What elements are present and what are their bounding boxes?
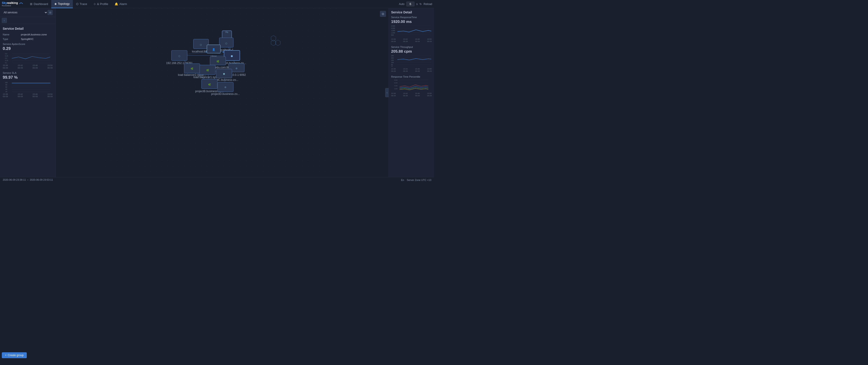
svg-text:🌿: 🌿 xyxy=(208,83,211,86)
response-time-section: Service ResponseTime 1920.00 ms 2,500 2,… xyxy=(391,16,432,43)
svg-text:⚙: ⚙ xyxy=(236,67,238,70)
service-detail-title: Service Detail xyxy=(3,27,53,30)
svg-text:0.25: 0.25 xyxy=(5,55,8,57)
throughput-section: Service Throughput 205.88 cpm 250 200 15… xyxy=(391,45,432,73)
toggle-panel-button[interactable]: ⊟ xyxy=(48,10,53,15)
svg-text:500: 500 xyxy=(391,34,394,36)
svg-text:100: 100 xyxy=(391,62,394,63)
map-view-toggle[interactable]: ⧉ xyxy=(380,11,386,17)
chevron-left-icon: ‹ xyxy=(4,19,4,22)
percentile-section: Response Time Percentile 8,000 6,000 4,0… xyxy=(391,75,432,97)
nav-label-profile: & Profile xyxy=(97,2,108,6)
logo-name: Skywalking xyxy=(2,1,23,5)
refresh-icon: ↻ xyxy=(420,2,422,6)
type-value: SpringMVC xyxy=(21,38,34,40)
alarm-icon: 🔔 xyxy=(115,2,118,6)
svg-text:6,000: 6,000 xyxy=(394,82,398,84)
svg-text:⬢: ⬢ xyxy=(223,73,225,75)
apdex-value: 0.29 xyxy=(3,46,53,51)
svg-text:⬡: ⬡ xyxy=(178,55,180,57)
time-range: 2020-06-09 23:38:11 ～ 2020-06-09 23:53:1… xyxy=(3,178,53,182)
svg-text:100: 100 xyxy=(5,82,8,83)
bottom-bar: 2020-06-09 23:38:11 ～ 2020-06-09 23:53:1… xyxy=(0,177,434,183)
left-panel: All services ⊟ ‹ Service Detail Name pro… xyxy=(0,8,56,177)
chevron-left-icon: ‹ xyxy=(386,91,387,94)
nav-item-profile[interactable]: ⊹ & Profile xyxy=(90,0,112,8)
percentile-chart: 8,000 6,000 4,000 2,000 xyxy=(391,79,432,91)
apdex-section: Service ApdexScore 0.29 0.3 0.25 0.2 0.1… xyxy=(3,43,53,69)
logo: Skywalking Rocketbot xyxy=(2,1,23,7)
dashboard-icon: ⊞ xyxy=(30,2,32,6)
trace-icon: ⌬ xyxy=(76,2,79,6)
nav-item-alarm[interactable]: 🔔 Alarm xyxy=(112,0,130,8)
topology-icon: ◈ xyxy=(55,2,57,5)
nav-item-trace[interactable]: ⌬ Trace xyxy=(73,0,90,8)
sla-xaxis: 23:3806-09 23:4206-09 23:4606-09 23:5006… xyxy=(3,93,53,98)
interval-unit: s xyxy=(416,2,418,6)
split-view-icon: ⧉ xyxy=(382,12,384,16)
svg-text:200: 200 xyxy=(391,57,394,59)
svg-text:0.3: 0.3 xyxy=(5,53,7,55)
svg-text:H₂: H₂ xyxy=(225,31,228,33)
percentile-label: Response Time Percentile xyxy=(391,75,432,78)
sla-value: 99.97 % xyxy=(3,75,53,80)
name-label: Name xyxy=(3,33,21,36)
interval-input[interactable]: 6 xyxy=(406,2,414,6)
columns-icon: ⊟ xyxy=(49,11,51,14)
svg-text:1,000: 1,000 xyxy=(391,32,395,34)
right-panel-title: Service Detail xyxy=(391,10,432,14)
svg-text:0.2: 0.2 xyxy=(5,57,7,59)
svg-text:0: 0 xyxy=(392,66,393,67)
sidebar-collapse-button[interactable]: ‹ xyxy=(2,18,7,23)
percentile-xaxis: 23:3806-09 23:4206-09 23:4606-09 23:5006… xyxy=(391,92,432,97)
nav-label-dashboard: Dashboard xyxy=(34,2,48,6)
service-selector-dropdown[interactable]: All services xyxy=(3,11,48,14)
nav-label-alarm: Alarm xyxy=(119,2,127,6)
svg-text:🌿: 🌿 xyxy=(191,67,193,70)
svg-text:8,000: 8,000 xyxy=(394,79,398,81)
topology-map: ⧉ ‹ xyxy=(56,8,389,177)
svg-text:80: 80 xyxy=(5,84,7,86)
sla-label: Service SLA xyxy=(3,71,53,74)
svg-text:60: 60 xyxy=(5,86,7,88)
svg-text:2,000: 2,000 xyxy=(394,88,398,89)
auto-label: Auto xyxy=(399,2,404,6)
service-selector-row: All services ⊟ xyxy=(0,8,55,17)
response-time-xaxis: 23:3806-09 23:4206-09 23:4606-09 23:5006… xyxy=(391,38,432,43)
profile-icon: ⊹ xyxy=(93,2,96,6)
svg-text:2,000: 2,000 xyxy=(391,27,395,29)
logo-sub: Rocketbot xyxy=(2,4,23,7)
language-selector[interactable]: En xyxy=(401,179,404,181)
topo-container: H₂ H2 ⬡ localhost:8761 ⬡ localhost:-1 👤 … xyxy=(56,8,389,177)
type-label: Type xyxy=(3,38,21,40)
svg-text:⬡: ⬡ xyxy=(225,42,227,45)
nav-item-dashboard[interactable]: ⊞ Dashboard xyxy=(27,0,51,8)
throughput-xaxis: 23:3806-09 23:4206-09 23:4606-09 23:5006… xyxy=(391,68,432,73)
name-value: projectA.business-zone xyxy=(21,33,47,36)
svg-text:2,500: 2,500 xyxy=(391,25,395,27)
apdex-label: Service ApdexScore xyxy=(3,43,53,45)
nav-label-topology: Topology xyxy=(58,2,70,5)
svg-text:projectD.business-zo...: projectD.business-zo... xyxy=(211,92,240,96)
right-panel-collapse-button[interactable]: ‹ xyxy=(385,88,389,97)
response-time-chart: 2,500 2,000 1,500 1,000 500 xyxy=(391,25,432,37)
apdex-xaxis: 23:3806-09 23:4206-09 23:4606-09 23:5006… xyxy=(3,64,53,69)
svg-text:🌿: 🌿 xyxy=(206,69,209,72)
topology-svg: H₂ H2 ⬡ localhost:8761 ⬡ localhost:-1 👤 … xyxy=(56,8,389,177)
service-type-row: Type SpringMVC xyxy=(3,38,53,40)
nav-right: Auto 6 s ↻ Reload xyxy=(399,2,432,6)
throughput-label: Service Throughput xyxy=(391,45,432,48)
nav-item-topology[interactable]: ◈ Topology xyxy=(51,0,73,8)
svg-text:🌿: 🌿 xyxy=(216,60,219,63)
right-panel: Service Detail Service ResponseTime 1920… xyxy=(389,8,434,177)
svg-text:250: 250 xyxy=(391,55,394,57)
svg-text:40: 40 xyxy=(5,89,7,90)
sla-section: Service SLA 99.97 % 100 80 60 40 20 xyxy=(3,71,53,98)
sla-chart: 100 80 60 40 20 xyxy=(3,81,53,92)
svg-text:⬢: ⬢ xyxy=(231,55,233,57)
topnav: Skywalking Rocketbot ⊞ Dashboard ◈ Topol… xyxy=(0,0,434,8)
svg-text:20: 20 xyxy=(5,91,7,92)
reload-button[interactable]: Reload xyxy=(424,2,432,6)
apdex-chart: 0.3 0.25 0.2 0.15 0.1 xyxy=(3,52,53,63)
throughput-value: 205.88 cpm xyxy=(391,49,432,54)
